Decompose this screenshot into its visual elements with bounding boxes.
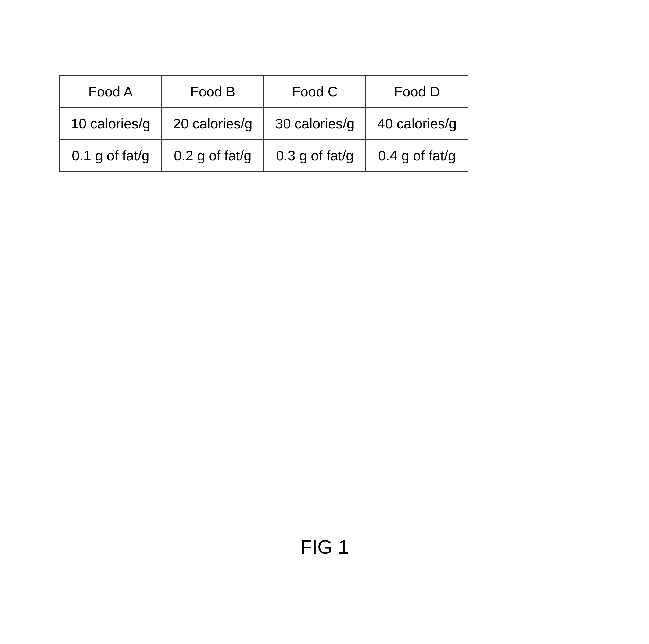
figure-label: FIG 1 xyxy=(300,536,349,558)
calories-b: 20 calories/g xyxy=(162,108,264,140)
calories-c: 30 calories/g xyxy=(264,108,366,140)
fat-a: 0.1 g of fat/g xyxy=(60,140,162,172)
calories-a: 10 calories/g xyxy=(60,108,162,140)
page: Food A Food B Food C Food D 10 calories/… xyxy=(0,0,649,644)
table-row: 0.1 g of fat/g 0.2 g of fat/g 0.3 g of f… xyxy=(60,140,468,172)
calories-d: 40 calories/g xyxy=(366,108,468,140)
header-cell-food-d: Food D xyxy=(366,76,468,108)
header-cell-food-b: Food B xyxy=(162,76,264,108)
table-wrapper: Food A Food B Food C Food D 10 calories/… xyxy=(59,75,468,172)
fat-c: 0.3 g of fat/g xyxy=(264,140,366,172)
fat-d: 0.4 g of fat/g xyxy=(366,140,468,172)
table-header-row: Food A Food B Food C Food D xyxy=(60,76,468,108)
header-cell-food-a: Food A xyxy=(60,76,162,108)
food-table: Food A Food B Food C Food D 10 calories/… xyxy=(59,75,468,172)
header-cell-food-c: Food C xyxy=(264,76,366,108)
table-row: 10 calories/g 20 calories/g 30 calories/… xyxy=(60,108,468,140)
fat-b: 0.2 g of fat/g xyxy=(162,140,264,172)
